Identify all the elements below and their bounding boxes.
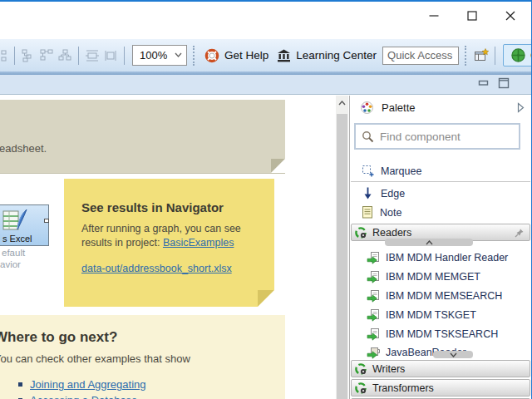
distribute-vertical-button[interactable] [101, 47, 120, 64]
cream-note-title: Where to go next? [0, 329, 190, 346]
quick-access-input[interactable] [382, 47, 459, 65]
palette-tool-label: Note [380, 207, 401, 219]
learning-center-label: Learning Center [296, 49, 377, 62]
maximize-view-button[interactable] [498, 77, 510, 92]
excel-component-icon [2, 208, 30, 233]
palette-title: Palette [382, 101, 415, 114]
excel-writer-component[interactable]: s Excel [0, 204, 49, 246]
yellow-note-body: After running a graph, you can see resul… [81, 222, 252, 250]
layout-horizontal-button[interactable] [37, 47, 56, 64]
basic-examples-link[interactable]: BasicExamples [163, 237, 234, 249]
marquee-icon [361, 164, 375, 178]
minimize-icon [429, 11, 439, 21]
palette-section-transformers[interactable]: Transformers [351, 379, 530, 397]
joining-aggregating-link[interactable]: Joining and Aggregating [30, 378, 146, 391]
layout-tree-button[interactable] [56, 47, 74, 64]
graph-editor-canvas[interactable]: eadsheet. s Excel efault avior See resul… [0, 96, 336, 399]
palette-item-reader[interactable]: IBM MDM TSKGET [350, 306, 531, 324]
writers-category-icon [354, 362, 367, 376]
get-help-button[interactable]: Get Help [204, 48, 268, 63]
palette-item-reader[interactable]: IBM MDM MEMSEARCH [350, 287, 531, 305]
pin-icon[interactable] [514, 228, 525, 239]
palette-item-reader[interactable]: IBM MDM TSKSEARCH [350, 325, 531, 343]
palette-tool-marquee[interactable]: Marquee [350, 161, 531, 180]
gray-note-text: eadsheet. [0, 142, 47, 155]
reader-component-icon [367, 270, 381, 283]
graph-layout-icon [22, 49, 36, 62]
palette-tool-note[interactable]: Note [350, 203, 531, 222]
yellow-note-title: See results in Navigator [81, 200, 274, 214]
distribute-horizontal-icon [85, 49, 100, 62]
chevron-up-icon [426, 240, 433, 245]
distribute-horizontal-button[interactable] [83, 47, 101, 64]
cream-note-link-list: Joining and Aggregating Accessing a Data… [0, 378, 190, 399]
distribute-vertical-icon [103, 49, 118, 62]
scrollbar-up-button[interactable] [336, 96, 348, 110]
palette-scroll-down-indicator[interactable] [433, 351, 473, 358]
maximize-button[interactable] [453, 5, 491, 27]
yellow-note-line1: After running a graph, you can see [81, 223, 241, 234]
maximize-icon [467, 11, 477, 21]
get-help-label: Get Help [224, 49, 268, 62]
javabean-reader-icon [367, 346, 381, 359]
palette-item-label: IBM MDM TSKGET [386, 309, 476, 321]
palette-scroll-up-indicator[interactable] [385, 239, 473, 246]
learning-center-button[interactable]: Learning Center [277, 49, 377, 62]
readers-category-icon [354, 226, 367, 239]
cloverdx-window: 100% Get Help Learning Center [0, 0, 532, 399]
zoom-level-dropdown[interactable]: 100% [132, 45, 187, 66]
cream-note-subtitle: You can check other examples that show [0, 352, 190, 365]
reader-component-icon [367, 328, 381, 341]
close-button[interactable] [491, 5, 530, 27]
editor-vertical-scrollbar[interactable] [336, 96, 348, 399]
palette-section-label: Writers [372, 363, 405, 375]
palette-item-label: IBM MDM TSKSEARCH [386, 328, 498, 340]
toolbar-dotted-separator [465, 46, 466, 66]
edge-arrow-icon [361, 186, 375, 200]
palette-section-label: Readers [372, 227, 411, 239]
palette-section-writers[interactable]: Writers [351, 360, 530, 377]
main-toolbar: 100% Get Help Learning Center [0, 39, 531, 71]
component-description-line2: avior [0, 259, 21, 269]
toolbar-dotted-separator [193, 46, 195, 66]
palette-divider [351, 181, 530, 182]
sticky-note-cream[interactable]: Where to go next? You can check other ex… [0, 315, 285, 399]
open-perspective-button[interactable] [472, 47, 490, 64]
search-icon [362, 131, 374, 143]
layout-tool-button[interactable] [0, 47, 10, 64]
toolbar-separator [78, 47, 79, 65]
yellow-note-line2: results in project: [81, 237, 160, 249]
find-component-input[interactable] [380, 131, 505, 143]
zoom-level-value: 100% [140, 49, 167, 62]
note-fold-corner [271, 159, 285, 173]
minimize-view-button[interactable] [478, 77, 490, 92]
toolbar-separator [124, 47, 125, 65]
palette-item-label: IBM MDM MEMSEARCH [386, 290, 502, 302]
view-toolbar [0, 75, 531, 95]
accessing-database-link[interactable]: Accessing a Database [30, 394, 137, 399]
minimize-button[interactable] [415, 5, 453, 27]
bullet-icon [18, 382, 22, 387]
palette-item-reader[interactable]: IBM MDM Handler Reader [350, 249, 531, 267]
maximize-view-icon [498, 77, 510, 89]
close-icon [505, 11, 515, 21]
cloverdx-perspective-button[interactable]: CloverDX [503, 44, 532, 66]
title-bar [0, 2, 531, 39]
reader-component-icon [367, 308, 381, 322]
chevron-down-icon [450, 352, 457, 357]
auto-layout-button[interactable] [19, 47, 37, 64]
collapse-panel-arrow-icon[interactable] [517, 102, 525, 113]
palette-item-reader[interactable]: IBM MDM MEMGET [350, 268, 531, 286]
find-component-box[interactable] [354, 123, 520, 150]
palette-icon [360, 101, 374, 115]
sticky-note-gray[interactable]: eadsheet. [0, 100, 285, 174]
addressbook-file-link[interactable]: data-out/addressbook_short.xlsx [81, 263, 232, 274]
layout-icon [0, 49, 7, 62]
palette-item-label: IBM MDM Handler Reader [386, 252, 508, 264]
palette-tool-label: Marquee [381, 165, 421, 177]
scrollbar-thumb[interactable] [337, 114, 347, 399]
palette-tool-edge[interactable]: Edge [350, 184, 531, 203]
component-output-port[interactable] [44, 219, 49, 223]
sticky-note-yellow[interactable]: See results in Navigator After running a… [64, 179, 274, 307]
life-buoy-icon [204, 48, 219, 63]
